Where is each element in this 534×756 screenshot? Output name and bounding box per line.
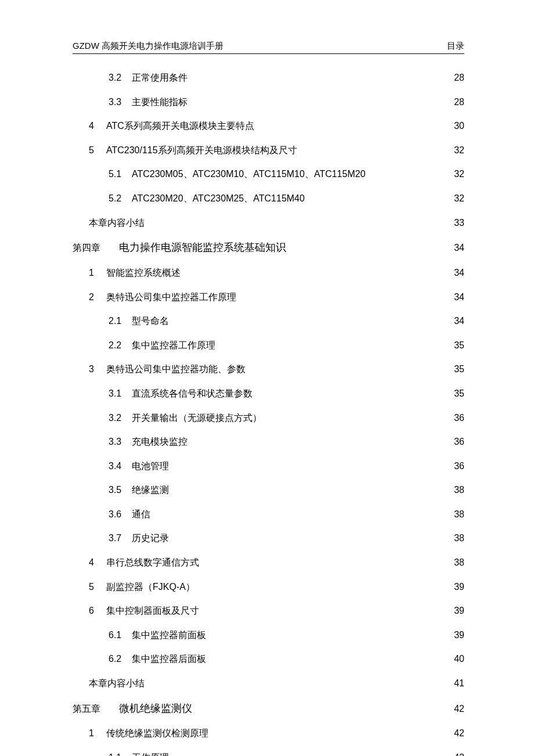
- toc-title: 开关量输出（无源硬接点方式）: [132, 411, 262, 426]
- toc-page-number: 34: [447, 290, 464, 305]
- toc-title: 传统绝缘监测仪检测原理: [106, 726, 208, 741]
- toc-row-left: 3.3充电模块监控: [109, 434, 187, 449]
- toc-page-number: 42: [447, 701, 464, 717]
- toc-row-left: 6.1集中监控器前面板: [109, 628, 206, 643]
- toc-title: 副监控器（FJKQ-A）: [106, 579, 195, 595]
- toc-row: 2.1型号命名34: [73, 314, 464, 329]
- toc-subsection-number: 2.2: [109, 338, 132, 353]
- toc-page-number: 36: [447, 411, 464, 426]
- toc-title: 电池管理: [132, 459, 169, 474]
- toc-title: 微机绝缘监测仪: [119, 700, 192, 717]
- toc-row: 3.4电池管理36: [73, 459, 464, 474]
- toc-row-left: 3.1直流系统各信号和状态量参数: [109, 386, 252, 401]
- toc-title: 通信: [132, 507, 150, 522]
- toc-row-left: 2.2集中监控器工作原理: [109, 338, 215, 353]
- toc-row-left: 3奥特迅公司集中监控器功能、参数: [89, 362, 246, 377]
- toc-summary-title: 本章内容小结: [89, 215, 145, 231]
- toc-page-number: 36: [447, 459, 464, 474]
- toc-row: 6.2集中监控器后面板40: [73, 651, 464, 667]
- toc-row: 4ATC系列高频开关电源模块主要特点30: [73, 118, 464, 134]
- toc-title: 直流系统各信号和状态量参数: [132, 386, 252, 401]
- toc-page-number: 36: [447, 434, 464, 449]
- toc-subsection-number: 6.1: [109, 628, 132, 643]
- page-header: GZDW 高频开关电力操作电源培训手册 目录: [73, 41, 464, 54]
- toc-page-number: 33: [447, 215, 464, 231]
- toc-page-number: 42: [447, 750, 464, 756]
- toc-row-left: 3.2正常使用条件: [109, 70, 187, 85]
- toc-row-left: 5.2ATC230M20、ATC230M25、ATC115M40: [109, 191, 305, 206]
- toc-row: 3奥特迅公司集中监控器功能、参数35: [73, 362, 464, 377]
- toc-title: 历史记录: [132, 531, 169, 546]
- toc-subsection-number: 5.2: [109, 191, 132, 206]
- toc-row: 1智能监控系统概述34: [73, 265, 464, 280]
- toc-subsection-number: 3.4: [109, 459, 132, 474]
- toc-subsection-number: 3.3: [109, 95, 132, 110]
- toc-page-number: 38: [447, 483, 464, 498]
- toc-title: 集中监控器后面板: [132, 651, 206, 667]
- toc-page-number: 38: [447, 531, 464, 546]
- toc-page-number: 28: [447, 70, 464, 85]
- toc-row-left: 1传统绝缘监测仪检测原理: [89, 726, 208, 741]
- toc-title: ATC系列高频开关电源模块主要特点: [106, 118, 254, 134]
- toc-row: 5.1ATC230M05、ATC230M10、ATC115M10、ATC115M…: [73, 167, 464, 182]
- toc-row-left: 3.7历史记录: [109, 531, 169, 546]
- toc-row: 本章内容小结41: [73, 676, 464, 691]
- toc-subsection-number: 5.1: [109, 167, 132, 182]
- toc-title: 集中控制器面板及尺寸: [106, 603, 199, 618]
- toc-row-left: 5ATC230/115系列高频开关电源模块结构及尺寸: [89, 143, 297, 158]
- toc-subsection-number: 6.2: [109, 651, 132, 667]
- toc-row: 4串行总线数字通信方式38: [73, 555, 464, 570]
- toc-section-number: 5: [89, 579, 106, 595]
- toc-row: 3.1直流系统各信号和状态量参数35: [73, 386, 464, 401]
- toc-section-number: 5: [89, 143, 106, 158]
- toc-row-left: 3.6通信: [109, 507, 150, 522]
- toc-subsection-number: 3.5: [109, 483, 132, 498]
- toc-section-number: 1: [89, 726, 106, 741]
- toc-title: 奥特迅公司集中监控器功能、参数: [106, 362, 246, 377]
- toc-page-number: 41: [447, 676, 464, 691]
- toc-row-left: 2奥特迅公司集中监控器工作原理: [89, 290, 236, 305]
- toc-row: 3.2开关量输出（无源硬接点方式）36: [73, 411, 464, 426]
- toc-row: 5.2ATC230M20、ATC230M25、ATC115M4032: [73, 191, 464, 206]
- toc-title: 集中监控器工作原理: [132, 338, 215, 353]
- toc-row: 3.2正常使用条件28: [73, 70, 464, 85]
- toc-page-number: 35: [447, 362, 464, 377]
- toc-row-left: 5.1ATC230M05、ATC230M10、ATC115M10、ATC115M…: [109, 167, 366, 182]
- toc-section-number: 3: [89, 362, 106, 377]
- toc-page-number: 38: [447, 555, 464, 570]
- toc-title: 集中监控器前面板: [132, 628, 206, 643]
- toc-title: ATC230/115系列高频开关电源模块结构及尺寸: [106, 143, 297, 158]
- toc-section-number: 1: [89, 265, 106, 280]
- document-page: GZDW 高频开关电力操作电源培训手册 目录 3.2正常使用条件283.3主要性…: [0, 0, 534, 756]
- header-right: 目录: [447, 41, 464, 52]
- toc-row: 5副监控器（FJKQ-A）39: [73, 579, 464, 595]
- toc-subsection-number: 2.1: [109, 314, 132, 329]
- toc-row-left: 5副监控器（FJKQ-A）: [89, 579, 195, 595]
- toc-section-number: 4: [89, 118, 106, 134]
- toc-row: 第四章电力操作电源智能监控系统基础知识34: [73, 239, 464, 256]
- toc-row-left: 本章内容小结: [89, 215, 145, 231]
- toc-row-left: 3.2开关量输出（无源硬接点方式）: [109, 411, 262, 426]
- toc-page-number: 35: [447, 338, 464, 353]
- toc-page-number: 30: [447, 118, 464, 134]
- toc-title: 充电模块监控: [132, 434, 187, 449]
- toc-page-number: 35: [447, 386, 464, 401]
- toc-row: 3.3充电模块监控36: [73, 434, 464, 449]
- toc-row: 3.7历史记录38: [73, 531, 464, 546]
- toc-row-left: 6.2集中监控器后面板: [109, 651, 206, 667]
- table-of-contents: 3.2正常使用条件283.3主要性能指标284ATC系列高频开关电源模块主要特点…: [73, 70, 464, 756]
- toc-subsection-number: 1.1: [109, 750, 132, 756]
- toc-section-number: 2: [89, 290, 106, 305]
- toc-row-left: 2.1型号命名: [109, 314, 169, 329]
- toc-subsection-number: 3.7: [109, 531, 132, 546]
- toc-row: 5ATC230/115系列高频开关电源模块结构及尺寸32: [73, 143, 464, 158]
- toc-subsection-number: 3.2: [109, 70, 132, 85]
- toc-row-left: 4ATC系列高频开关电源模块主要特点: [89, 118, 254, 134]
- toc-row-left: 1.1工作原理: [109, 750, 169, 756]
- toc-row: 1.1工作原理42: [73, 750, 464, 756]
- toc-row-left: 3.3主要性能指标: [109, 95, 187, 110]
- toc-page-number: 32: [447, 167, 464, 182]
- toc-row-left: 本章内容小结: [89, 676, 145, 691]
- toc-row: 第五章微机绝缘监测仪42: [73, 700, 464, 717]
- toc-row-left: 第五章微机绝缘监测仪: [73, 700, 192, 717]
